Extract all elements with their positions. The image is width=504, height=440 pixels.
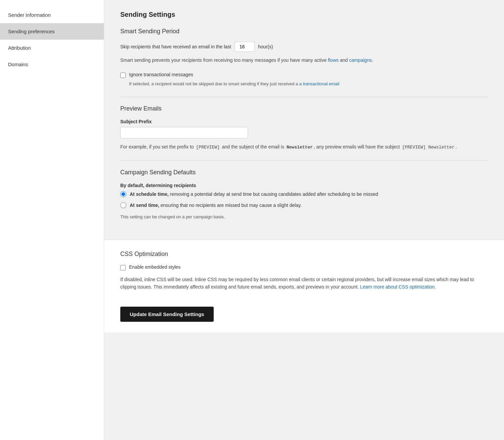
example-prefix-code: [PREVIEW]: [195, 144, 221, 150]
send-time-radio[interactable]: [120, 202, 126, 208]
sidebar: Sender information Sending preferences A…: [0, 0, 104, 440]
smart-sending-inline-row: Skip recipients that have received an em…: [120, 42, 488, 52]
ignore-transactional-row: Ignore transactional messages: [120, 72, 488, 78]
subject-prefix-input[interactable]: [120, 127, 248, 138]
smart-sending-group: Smart Sending Period Skip recipients tha…: [120, 28, 488, 87]
example-result-code: [PREVIEW] Newsletter: [401, 144, 456, 150]
embedded-styles-label[interactable]: Enable embedded styles: [129, 264, 180, 270]
divider-1: [120, 97, 488, 97]
smart-sending-title: Smart Sending Period: [120, 28, 488, 35]
sidebar-item-attribution[interactable]: Attribution: [0, 40, 104, 56]
hours-unit: hour(s): [258, 44, 273, 49]
sidebar-item-sending-preferences[interactable]: Sending preferences: [0, 23, 104, 40]
sidebar-item-sender-information[interactable]: Sender information: [0, 7, 104, 23]
page-title: Sending Settings: [120, 11, 488, 18]
sidebar-item-domains[interactable]: Domains: [0, 56, 104, 73]
ignore-transactional-checkbox[interactable]: [120, 73, 126, 78]
schedule-time-row: At schedule time, removing a potential d…: [120, 191, 488, 198]
example-subject: Newsletter: [286, 144, 314, 149]
main-content: Sending Settings Smart Sending Period Sk…: [104, 0, 504, 440]
campaign-note: This setting can be changed on a per cam…: [120, 214, 488, 219]
preview-emails-group: Preview Emails Subject Prefix For exampl…: [120, 105, 488, 151]
css-learn-more-link[interactable]: Learn more about CSS optimization.: [360, 284, 436, 290]
sending-settings-section: Sending Settings Smart Sending Period Sk…: [104, 0, 504, 239]
subject-prefix-label: Subject Prefix: [120, 119, 488, 124]
smart-sending-description: Smart sending prevents your recipients f…: [120, 56, 488, 64]
flows-link[interactable]: flows: [328, 57, 339, 63]
update-settings-button[interactable]: Update Email Sending Settings: [120, 307, 214, 322]
schedule-time-label[interactable]: At schedule time, removing a potential d…: [130, 191, 378, 198]
by-default-label: By default, determining recipients: [120, 183, 488, 188]
recipients-radio-group: At schedule time, removing a potential d…: [120, 191, 488, 209]
send-time-bold: At send time,: [130, 203, 159, 208]
campaigns-link[interactable]: campaigns: [349, 57, 372, 63]
campaign-defaults-title: Campaign Sending Defaults: [120, 169, 488, 176]
ignore-transactional-label[interactable]: Ignore transactional messages: [129, 72, 193, 77]
campaign-defaults-group: Campaign Sending Defaults By default, de…: [120, 169, 488, 219]
css-optimization-desc: If disabled, inline CSS will be used. In…: [120, 276, 488, 291]
divider-2: [120, 161, 488, 161]
transactional-email-link[interactable]: a transactional email: [299, 81, 339, 86]
embedded-styles-row: Enable embedded styles: [120, 264, 488, 270]
send-time-row: At send time, ensuring that no recipient…: [120, 202, 488, 209]
preview-emails-title: Preview Emails: [120, 105, 488, 112]
ignore-transactional-desc: If selected, a recipient would not be sk…: [129, 81, 488, 87]
css-optimization-section: CSS Optimization Enable embedded styles …: [104, 239, 504, 333]
send-time-label[interactable]: At send time, ensuring that no recipient…: [130, 202, 302, 209]
preview-example-text: For example, if you set the prefix to [P…: [120, 143, 488, 151]
schedule-time-radio[interactable]: [120, 191, 126, 197]
css-optimization-title: CSS Optimization: [120, 251, 488, 258]
skip-label: Skip recipients that have received an em…: [120, 44, 231, 49]
schedule-time-bold: At schedule time,: [130, 191, 169, 197]
embedded-styles-checkbox[interactable]: [120, 265, 126, 270]
hours-input[interactable]: [235, 42, 255, 52]
